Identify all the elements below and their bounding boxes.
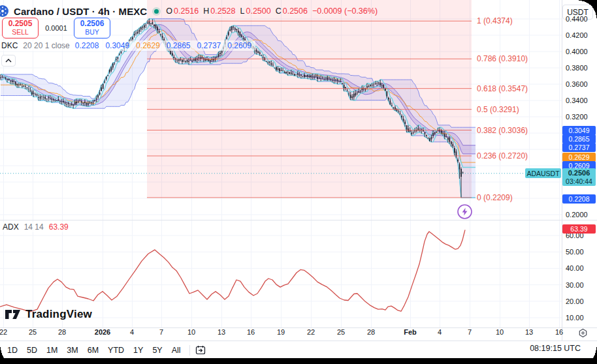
screen-corner-bottom-left <box>0 347 20 359</box>
adx-tick-label: 10.00 <box>566 314 584 322</box>
adx-tick-label: 20.00 <box>566 297 584 305</box>
time-tick-label: 10 <box>496 328 504 336</box>
fib-level-label: 0.786 (0.3910) <box>477 54 528 63</box>
ohlc-open-label: O <box>166 7 172 16</box>
current-price-tag: 0.2506 03:40:44 <box>562 168 596 186</box>
fib-level-label: 0.236 (0.2720) <box>477 151 528 160</box>
bar-countdown: 03:40:44 <box>566 177 592 186</box>
time-tick-label: 7 <box>159 328 163 336</box>
time-tick-label: 16 <box>247 328 255 336</box>
lightning-marker-icon[interactable] <box>457 204 473 220</box>
price-line-tag: 0.3049 <box>562 126 596 135</box>
market-open-dot[interactable] <box>154 9 159 14</box>
ohlc-close-value: 0.2506 <box>283 7 308 16</box>
adx-value-tag: 63.39 <box>562 224 596 234</box>
timezone-clock[interactable]: 08:19:15 UTC <box>530 344 581 353</box>
price-tick-label: 0.3200 <box>566 113 588 121</box>
adx-legend: ADX 14 14 63.39 <box>1 222 73 232</box>
buy-label: BUY <box>85 28 99 37</box>
dkc-params: 20 20 1 close <box>23 41 69 50</box>
buy-price: 0.2506 <box>80 20 105 28</box>
cardano-logo-icon <box>0 5 9 18</box>
tradingview-logo-icon <box>5 308 21 321</box>
spread-value: 0.0001 <box>44 24 69 32</box>
fib-zone-fill <box>147 0 472 198</box>
sell-label: SELL <box>12 28 29 37</box>
trade-panel: 0.2505 SELL 0.0001 0.2506 BUY <box>2 18 110 38</box>
fib-level-label: 0.5 (0.3291) <box>477 105 519 114</box>
range-button-all[interactable]: All <box>167 344 186 357</box>
time-tick-label: 2026 <box>95 328 110 336</box>
time-tick-label: 16 <box>555 328 563 336</box>
bottom-toolbar: 1D5D1M3M6MYTD1Y5YAll <box>0 341 597 359</box>
dkc-value: 0.3049 <box>105 41 129 50</box>
price-line-tag: 0.2737 <box>562 143 596 152</box>
dkc-value: 0.2629 <box>136 41 160 50</box>
price-line-tag: 0.2865 <box>562 134 596 144</box>
time-tick-label: 28 <box>58 328 66 336</box>
dkc-values: 0.22080.30490.26290.28650.27370.2609 <box>75 41 251 50</box>
collapse-pane-button[interactable] <box>1 55 16 67</box>
dkc-name: DKC <box>1 41 18 50</box>
symbol-title[interactable]: Cardano / USDT · 4h · MEXC <box>14 6 147 17</box>
range-button-5d[interactable]: 5D <box>22 344 42 357</box>
screen-corner-top-right <box>579 0 597 18</box>
time-axis-settings-icon[interactable] <box>578 328 588 338</box>
adx-tick-label: 50.00 <box>566 248 584 256</box>
screen-corner-bottom-right <box>577 347 597 359</box>
dkc-value: 0.2609 <box>227 41 251 50</box>
ohlc-readout: O0.2516 H0.2528 L0.2500 C0.2506 −0.0009 … <box>166 7 378 16</box>
price-tick-label: 0.3600 <box>566 80 588 88</box>
price-tick-label: 0.3400 <box>566 97 588 104</box>
range-button-1m[interactable]: 1M <box>42 344 62 357</box>
ohlc-change: −0.0009 (−0.36%) <box>312 7 378 16</box>
screen-bottom-strip <box>0 358 597 364</box>
time-tick-label: Feb <box>404 328 417 336</box>
range-button-6m[interactable]: 6M <box>83 344 103 357</box>
dkc-value: 0.2208 <box>75 41 99 50</box>
tradingview-branding[interactable]: TradingView <box>5 308 92 321</box>
fib-level-label: 0 (0.2209) <box>477 193 513 202</box>
fib-level-label: 0.618 (0.3547) <box>477 84 528 93</box>
time-tick-label: 4 <box>438 328 442 336</box>
price-tick-label: 0.3800 <box>566 64 588 72</box>
sell-price: 0.2505 <box>8 20 33 28</box>
time-tick-label: 13 <box>218 328 225 336</box>
ohlc-high-value: 0.2528 <box>210 7 235 16</box>
price-tick-label: 0.4000 <box>566 48 588 55</box>
range-button-5y[interactable]: 5Y <box>148 344 167 357</box>
price-tick-label: 0.4200 <box>566 31 588 39</box>
tradingview-logo-text: TradingView <box>25 308 92 321</box>
price-line-tag: 0.2629 <box>562 153 596 162</box>
time-tick-label: 13 <box>525 328 533 336</box>
ohlc-close-label: C <box>276 7 282 16</box>
dkc-legend: DKC 20 20 1 close 0.22080.30490.26290.28… <box>0 40 255 51</box>
buy-button[interactable]: 0.2506 BUY <box>74 18 110 38</box>
ohlc-open-value: 0.2516 <box>174 7 199 16</box>
sell-button[interactable]: 0.2505 SELL <box>2 18 39 38</box>
time-tick-label: 19 <box>277 328 285 336</box>
symbol-price-line-tag: ADAUSDT <box>525 168 561 178</box>
chart-header: Cardano / USDT · 4h · MEXC O0.2516 H0.25… <box>9 4 378 18</box>
price-tick-label: 0.2000 <box>566 211 588 219</box>
goto-date-button[interactable] <box>195 345 206 355</box>
time-tick-label: 7 <box>468 328 472 336</box>
time-tick-label: 10 <box>187 328 195 336</box>
adx-params: 14 14 <box>24 222 44 232</box>
ohlc-low-label: L <box>240 7 245 16</box>
current-price-value: 0.2506 <box>568 169 590 177</box>
ohlc-high-label: H <box>203 7 209 16</box>
ohlc-low-value: 0.2500 <box>246 7 270 16</box>
range-button-3m[interactable]: 3M <box>62 344 82 357</box>
adx-name: ADX <box>3 222 19 232</box>
tradingview-chart-window: Cardano / USDT · 4h · MEXC O0.2516 H0.25… <box>0 0 597 364</box>
range-button-ytd[interactable]: YTD <box>103 344 129 357</box>
time-tick-label: 4 <box>130 328 134 336</box>
adx-line <box>0 230 465 312</box>
range-button-1y[interactable]: 1Y <box>129 344 148 357</box>
chevron-up-icon <box>5 58 12 63</box>
price-line-tag: 0.2208 <box>562 194 596 204</box>
time-tick-label: 22 <box>307 328 315 336</box>
time-tick-label: 25 <box>29 328 37 336</box>
fib-level-label: 0.382 (0.3036) <box>477 126 528 135</box>
